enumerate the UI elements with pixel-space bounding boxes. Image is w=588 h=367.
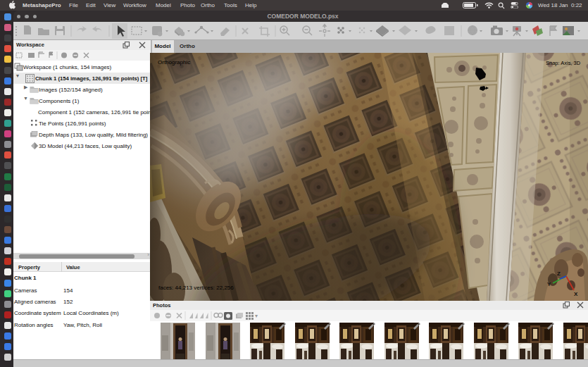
svg-text:Y: Y	[547, 281, 551, 287]
svg-text:X: X	[574, 291, 578, 297]
svg-text:Z: Z	[557, 270, 561, 277]
